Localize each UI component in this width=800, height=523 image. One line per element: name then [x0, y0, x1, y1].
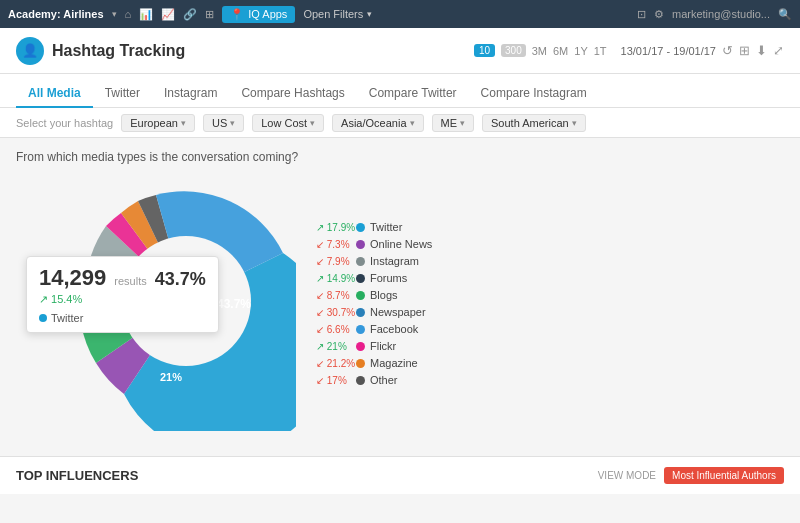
columns-icon[interactable]: ⊞ — [739, 43, 750, 58]
view-icon-1[interactable]: ⊡ — [637, 8, 646, 21]
filter-low-cost[interactable]: Low Cost▾ — [252, 114, 324, 132]
avatar-icon: 👤 — [22, 43, 38, 58]
header-controls: 10 300 3M 6M 1Y 1T 13/01/17 - 19/01/17 ↺… — [474, 43, 784, 58]
legend-trend: ↙ 7.9% — [316, 256, 356, 267]
tab-instagram[interactable]: Instagram — [152, 80, 229, 108]
legend-trend: ↗ 17.9% — [316, 222, 356, 233]
tab-compare-hashtags[interactable]: Compare Hashtags — [229, 80, 356, 108]
chart-tooltip: 14,299 results 43.7% ↗ 15.4% Twitter — [26, 256, 219, 333]
filter-european[interactable]: European▾ — [121, 114, 195, 132]
legend-trend: ↗ 21% — [316, 341, 356, 352]
arrow-icon: ▾ — [572, 118, 577, 128]
legend-item: ↗ 14.9% Forums — [316, 272, 784, 284]
top-influencers-title: TOP INFLUENCERS — [16, 468, 598, 483]
legend-label: Forums — [370, 272, 407, 284]
ctrl-3m[interactable]: 3M — [532, 45, 547, 57]
tooltip-results: results — [114, 275, 146, 287]
chart-question: From which media types is the conversati… — [16, 150, 784, 164]
filter-us[interactable]: US▾ — [203, 114, 244, 132]
legend-label: Magazine — [370, 357, 418, 369]
legend-label: Instagram — [370, 255, 419, 267]
legend-dot — [356, 376, 365, 385]
chart-area: 43.7% 21% 14,299 results 43.7% ↗ 15.4% T… — [16, 176, 784, 436]
link-icon[interactable]: 🔗 — [183, 8, 197, 21]
location-icon: 📍 — [230, 8, 244, 21]
donut-chart: 43.7% 21% 14,299 results 43.7% ↗ 15.4% T… — [16, 176, 296, 436]
legend-dot — [356, 291, 365, 300]
filter-south-american[interactable]: South American▾ — [482, 114, 586, 132]
filter-asia-oceania[interactable]: Asia/Oceania▾ — [332, 114, 423, 132]
expand-icon[interactable]: ⤢ — [773, 43, 784, 58]
view-mode-label: VIEW MODE — [598, 470, 656, 481]
iq-apps-button[interactable]: 📍 IQ Apps — [222, 6, 295, 23]
nav-right: ⊡ ⚙ marketing@studio... 🔍 — [637, 8, 792, 21]
tooltip-label: Twitter — [39, 312, 206, 324]
user-email: marketing@studio... — [672, 8, 770, 20]
legend-trend: ↗ 14.9% — [316, 273, 356, 284]
ctrl-1y[interactable]: 1Y — [574, 45, 587, 57]
arrow-icon: ▾ — [230, 118, 235, 128]
chart-pct-label: 43.7% — [217, 297, 251, 311]
legend-item: ↗ 17.9% Twitter — [316, 221, 784, 233]
legend-trend: ↙ 6.6% — [316, 324, 356, 335]
nav-dropdown-icon: ▾ — [112, 9, 117, 19]
legend-item: ↙ 17% Other — [316, 374, 784, 386]
legend-dot — [356, 325, 365, 334]
filter-select-label: Select your hashtag — [16, 117, 113, 129]
tooltip-count: 14,299 — [39, 265, 106, 291]
arrow-icon: ▾ — [410, 118, 415, 128]
legend-trend: ↙ 8.7% — [316, 290, 356, 301]
legend-label: Online News — [370, 238, 432, 250]
filter-arrow-icon: ▾ — [367, 9, 372, 19]
page-title: Hashtag Tracking — [52, 42, 474, 60]
avatar: 👤 — [16, 37, 44, 65]
legend-item: ↙ 30.7% Newspaper — [316, 306, 784, 318]
most-influential-btn[interactable]: Most Influential Authors — [664, 467, 784, 484]
ctrl-1t[interactable]: 1T — [594, 45, 607, 57]
arrow-icon: ▾ — [181, 118, 186, 128]
download-icon[interactable]: ⬇ — [756, 43, 767, 58]
grid-icon[interactable]: ⊞ — [205, 8, 214, 21]
chart-legend: ↗ 17.9% Twitter ↙ 7.3% Online News ↙ 7.9… — [316, 221, 784, 391]
refresh-icon[interactable]: ↺ — [722, 43, 733, 58]
badge-10: 10 — [474, 44, 495, 57]
legend-label: Flickr — [370, 340, 396, 352]
tooltip-dot — [39, 314, 47, 322]
legend-dot — [356, 308, 365, 317]
arrow-icon: ▾ — [310, 118, 315, 128]
tab-compare-twitter[interactable]: Compare Twitter — [357, 80, 469, 108]
page-header: 👤 Hashtag Tracking 10 300 3M 6M 1Y 1T 13… — [0, 28, 800, 74]
filter-bar: Select your hashtag European▾ US▾ Low Co… — [0, 108, 800, 138]
tab-compare-instagram[interactable]: Compare Instagram — [469, 80, 599, 108]
legend-item: ↙ 7.3% Online News — [316, 238, 784, 250]
home-icon[interactable]: ⌂ — [125, 8, 132, 20]
legend-item: ↙ 7.9% Instagram — [316, 255, 784, 267]
brand-label: Academy: Airlines — [8, 8, 104, 20]
tooltip-trend: ↗ 15.4% — [39, 293, 206, 306]
legend-trend: ↙ 21.2% — [316, 358, 356, 369]
date-range: 13/01/17 - 19/01/17 — [621, 45, 716, 57]
legend-dot — [356, 257, 365, 266]
analytics-icon[interactable]: 📈 — [161, 8, 175, 21]
legend-trend: ↙ 17% — [316, 375, 356, 386]
legend-label: Blogs — [370, 289, 398, 301]
legend-item: ↗ 21% Flickr — [316, 340, 784, 352]
legend-item: ↙ 6.6% Facebook — [316, 323, 784, 335]
open-filters-button[interactable]: Open Filters ▾ — [303, 8, 372, 20]
search-icon[interactable]: 🔍 — [778, 8, 792, 21]
arrow-icon: ▾ — [460, 118, 465, 128]
top-nav: Academy: Airlines ▾ ⌂ 📊 📈 🔗 ⊞ 📍 IQ Apps … — [0, 0, 800, 28]
chart-icon[interactable]: 📊 — [139, 8, 153, 21]
badge-300: 300 — [501, 44, 526, 57]
settings-icon[interactable]: ⚙ — [654, 8, 664, 21]
tab-bar: All Media Twitter Instagram Compare Hash… — [0, 74, 800, 108]
legend-dot — [356, 240, 365, 249]
tab-all-media[interactable]: All Media — [16, 80, 93, 108]
legend-dot — [356, 274, 365, 283]
legend-dot — [356, 342, 365, 351]
ctrl-6m[interactable]: 6M — [553, 45, 568, 57]
tab-twitter[interactable]: Twitter — [93, 80, 152, 108]
main-content: From which media types is the conversati… — [0, 138, 800, 448]
filter-me[interactable]: ME▾ — [432, 114, 475, 132]
bottom-bar: TOP INFLUENCERS VIEW MODE Most Influenti… — [0, 456, 800, 494]
